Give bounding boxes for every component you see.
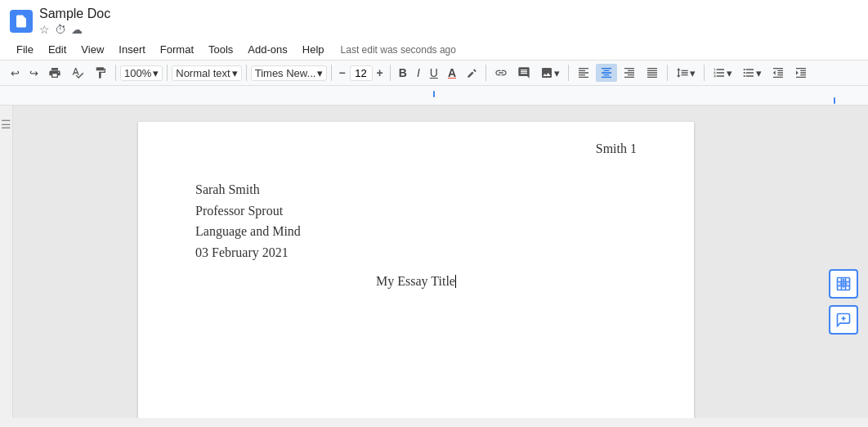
- align-right-button[interactable]: [619, 64, 640, 82]
- right-sidebar: [819, 106, 868, 418]
- line-spacing-arrow: ▾: [690, 67, 696, 79]
- ruler: [0, 86, 868, 106]
- page-outline-icon: ☰: [1, 118, 11, 131]
- font-size-wrap: − +: [336, 65, 385, 81]
- menu-help[interactable]: Help: [296, 41, 331, 58]
- bullet-list-button[interactable]: ▾: [738, 64, 766, 82]
- align-left-button[interactable]: [573, 64, 594, 82]
- decrease-indent-button[interactable]: [767, 64, 789, 82]
- font-arrow: ▾: [317, 67, 323, 79]
- menu-edit[interactable]: Edit: [42, 41, 73, 58]
- style-select-wrap[interactable]: Normal text ▾: [172, 65, 241, 81]
- comment-button[interactable]: [513, 64, 535, 82]
- title-icons: ☆ ⏱ ☁: [39, 23, 110, 36]
- add-comment-sidebar-button[interactable]: [829, 305, 858, 335]
- spellcheck-button[interactable]: [67, 64, 88, 82]
- font-size-plus[interactable]: +: [374, 66, 386, 79]
- sep9: [704, 65, 705, 81]
- essay-title: My Essay Title: [195, 271, 637, 292]
- underline-button[interactable]: U: [426, 64, 442, 82]
- menu-insert[interactable]: Insert: [112, 41, 152, 58]
- history-icon[interactable]: ⏱: [55, 23, 66, 36]
- align-justify-button[interactable]: [642, 64, 663, 82]
- line-spacing-button[interactable]: ▾: [672, 64, 700, 82]
- doc-title[interactable]: Sample Doc: [39, 7, 110, 21]
- image-button[interactable]: ▾: [536, 64, 564, 82]
- font-size-input[interactable]: [350, 65, 373, 81]
- sep7: [568, 65, 569, 81]
- paint-format-button[interactable]: [90, 64, 111, 82]
- menu-format[interactable]: Format: [154, 41, 200, 58]
- undo-button[interactable]: ↩: [7, 65, 24, 82]
- title-bar: Sample Doc ☆ ⏱ ☁: [0, 0, 868, 39]
- text-cursor: [455, 275, 456, 288]
- menu-view[interactable]: View: [74, 41, 110, 58]
- menu-bar: File Edit View Insert Format Tools Add-o…: [0, 39, 868, 61]
- zoom-select-wrap[interactable]: 100% ▾: [120, 65, 163, 81]
- print-button[interactable]: [44, 64, 65, 82]
- sep3: [246, 65, 247, 81]
- content-area: Smith 1 Sarah Smith Professor Sprout Lan…: [13, 106, 819, 418]
- menu-tools[interactable]: Tools: [202, 41, 239, 58]
- professor-name: Professor Sprout: [195, 200, 637, 222]
- menu-addons[interactable]: Add-ons: [241, 41, 293, 58]
- page-header: Smith 1: [596, 138, 637, 160]
- numbered-list-button[interactable]: ▾: [709, 64, 736, 82]
- add-table-button[interactable]: [829, 269, 858, 299]
- font-label: Times New...: [255, 67, 316, 79]
- document-page[interactable]: Smith 1 Sarah Smith Professor Sprout Lan…: [138, 122, 694, 418]
- main-area: ☰ Smith 1 Sarah Smith Professor Sprout L…: [0, 106, 868, 418]
- left-panel: ☰: [0, 106, 13, 418]
- star-icon[interactable]: ☆: [39, 23, 50, 36]
- sep8: [667, 65, 668, 81]
- zoom-label: 100%: [124, 67, 151, 79]
- redo-button[interactable]: ↪: [25, 65, 43, 82]
- sep2: [167, 65, 168, 81]
- italic-button[interactable]: I: [413, 64, 424, 82]
- title-area: Sample Doc ☆ ⏱ ☁: [39, 7, 110, 36]
- date-line: 03 February 2021: [195, 242, 637, 263]
- toolbar: ↩ ↪ 100% ▾ Normal text ▾ Times New... ▾ …: [0, 61, 868, 86]
- sep1: [115, 65, 116, 81]
- zoom-arrow: ▾: [153, 67, 159, 79]
- font-select-wrap[interactable]: Times New... ▾: [251, 65, 328, 81]
- header-right: Smith 1: [596, 142, 637, 155]
- course-name: Language and Mind: [195, 221, 637, 242]
- doc-icon: [10, 10, 33, 33]
- sep5: [390, 65, 391, 81]
- last-edit-status: Last edit was seconds ago: [341, 44, 456, 56]
- highlight-button[interactable]: [462, 65, 481, 81]
- style-arrow: ▾: [232, 67, 238, 79]
- cloud-icon[interactable]: ☁: [71, 23, 83, 36]
- style-label: Normal text: [176, 67, 230, 79]
- bullet-list-arrow: ▾: [756, 67, 762, 79]
- align-center-button[interactable]: [596, 64, 617, 82]
- menu-file[interactable]: File: [10, 41, 40, 58]
- increase-indent-button[interactable]: [790, 64, 812, 82]
- sep4: [331, 65, 332, 81]
- font-color-button[interactable]: A: [444, 64, 460, 82]
- author-name: Sarah Smith: [195, 179, 637, 200]
- font-color-letter: A: [448, 66, 456, 79]
- sep6: [485, 65, 486, 81]
- link-button[interactable]: [490, 64, 512, 82]
- numbered-list-arrow: ▾: [727, 67, 732, 79]
- font-size-minus[interactable]: −: [336, 66, 347, 79]
- bold-button[interactable]: B: [395, 64, 411, 82]
- image-arrow: ▾: [554, 67, 560, 79]
